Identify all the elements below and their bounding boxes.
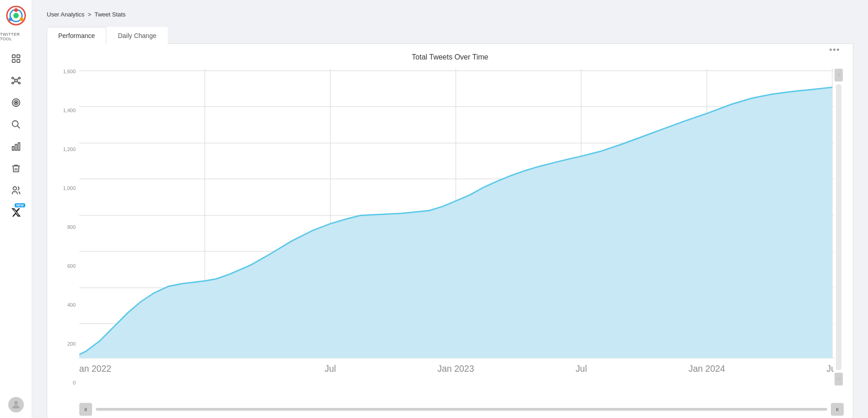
scrollbar-track	[836, 84, 841, 370]
y-label-1600: 1,600	[56, 69, 79, 74]
svg-point-28	[14, 401, 18, 405]
svg-text:Jan 2024: Jan 2024	[688, 364, 725, 374]
sidebar-item-dashboard[interactable]	[6, 49, 26, 69]
menu-dot-1	[830, 49, 832, 51]
breadcrumb: User Analytics > Tweet Stats	[47, 11, 853, 18]
y-label-200: 200	[56, 341, 79, 347]
sidebar-item-target[interactable]	[6, 92, 26, 113]
svg-rect-24	[12, 147, 14, 150]
svg-rect-6	[12, 55, 15, 58]
search-icon	[11, 119, 21, 130]
range-start-btn[interactable]: ⏸	[79, 403, 92, 416]
app-logo[interactable]	[6, 5, 26, 26]
y-label-400: 400	[56, 302, 79, 308]
y-label-1000: 1,000	[56, 185, 79, 191]
avatar-icon	[11, 399, 22, 410]
breadcrumb-parent: User Analytics	[47, 11, 84, 18]
target-icon	[11, 98, 21, 108]
y-label-0: 0	[56, 380, 79, 385]
sidebar-item-x[interactable]: NEW	[6, 202, 26, 223]
svg-point-22	[12, 121, 18, 127]
network-icon	[11, 76, 21, 86]
svg-line-23	[17, 126, 20, 128]
main-content: User Analytics > Tweet Stats Performance…	[32, 0, 868, 418]
y-label-1200: 1,200	[56, 147, 79, 152]
svg-rect-7	[16, 55, 19, 58]
range-slider[interactable]	[96, 408, 827, 411]
svg-text:Jul: Jul	[576, 364, 587, 374]
svg-line-15	[13, 78, 15, 81]
svg-text:Jan 2022: Jan 2022	[79, 364, 111, 374]
svg-point-21	[15, 102, 17, 103]
sidebar-item-analytics[interactable]	[6, 136, 26, 157]
tab-performance[interactable]: Performance	[47, 27, 106, 44]
sidebar-item-search[interactable]	[6, 114, 26, 135]
sidebar: TWITTER TOOL	[0, 0, 32, 418]
svg-rect-25	[15, 144, 17, 150]
sidebar-item-users[interactable]	[6, 180, 26, 201]
svg-text:Jul: Jul	[324, 364, 336, 374]
avatar[interactable]	[8, 397, 24, 413]
menu-dot-3	[837, 49, 839, 51]
svg-line-18	[16, 81, 18, 83]
breadcrumb-current: Tweet Stats	[94, 11, 126, 18]
scrollbar-top-btn[interactable]: ⋮	[835, 69, 843, 81]
bar-chart-icon	[11, 141, 21, 152]
sidebar-item-delete[interactable]	[6, 158, 26, 179]
svg-point-14	[18, 82, 20, 84]
new-badge: NEW	[15, 203, 25, 207]
tab-daily-change[interactable]: Daily Change	[106, 27, 168, 44]
trash-icon	[11, 163, 21, 174]
x-icon	[11, 207, 21, 217]
svg-line-17	[13, 81, 15, 83]
svg-rect-26	[18, 143, 20, 151]
y-axis: 0 200 400 600 800 1,000 1,200 1,400 1,60…	[56, 69, 79, 399]
svg-point-5	[20, 17, 23, 21]
svg-point-11	[11, 77, 13, 79]
vertical-scrollbar: ⋮ ⋯	[834, 69, 844, 399]
chart-area: 0 200 400 600 800 1,000 1,200 1,400 1,60…	[56, 69, 844, 399]
grid-icon	[11, 54, 21, 64]
tabs: Performance Daily Change	[47, 27, 853, 44]
app-name: TWITTER TOOL	[0, 32, 32, 41]
svg-text:Jan 2023: Jan 2023	[437, 364, 474, 374]
svg-rect-8	[12, 60, 15, 62]
chart-title: Total Tweets Over Time	[56, 53, 844, 61]
range-end-btn[interactable]: ⏸	[831, 403, 844, 416]
y-label-800: 800	[56, 224, 79, 230]
chart-container: Total Tweets Over Time 0 200 400 600 800…	[47, 44, 853, 418]
svg-point-2	[13, 13, 19, 18]
svg-line-16	[16, 78, 18, 81]
range-controls: ⏸ ⏸	[56, 399, 844, 418]
plot-area: Jan 2022 Jul Jan 2023 Jul Jan 2024 Jul	[79, 69, 834, 399]
users-icon	[11, 185, 21, 195]
svg-text:Jul: Jul	[827, 364, 834, 374]
svg-point-12	[18, 77, 20, 79]
svg-point-13	[11, 82, 13, 84]
y-label-1400: 1,400	[56, 108, 79, 113]
scrollbar-bottom-btn[interactable]: ⋯	[835, 373, 843, 385]
sidebar-item-network[interactable]	[6, 71, 26, 91]
y-label-600: 600	[56, 263, 79, 269]
menu-dot-2	[833, 49, 835, 51]
svg-rect-9	[16, 60, 19, 62]
svg-point-27	[13, 187, 16, 190]
svg-point-4	[9, 17, 12, 21]
svg-point-3	[14, 8, 18, 12]
chart-menu[interactable]	[830, 49, 839, 51]
